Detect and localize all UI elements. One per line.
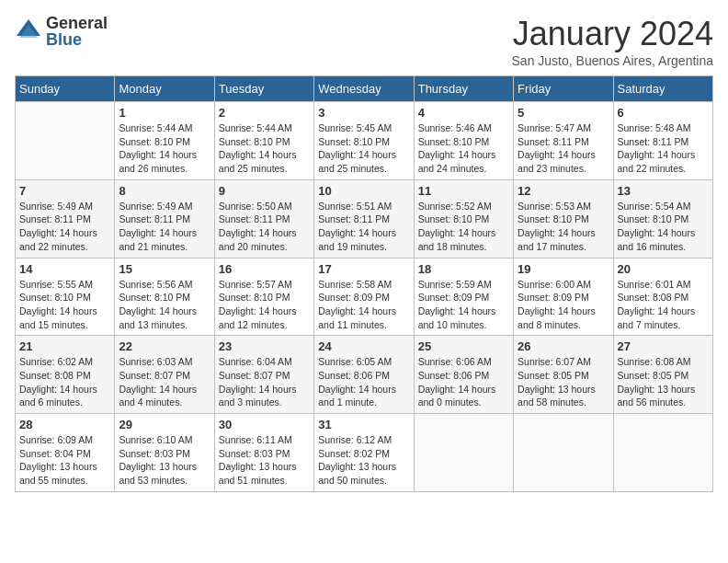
- day-cell: 30Sunrise: 6:11 AM Sunset: 8:03 PM Dayli…: [214, 414, 313, 492]
- weekday-header-tuesday: Tuesday: [214, 76, 313, 102]
- weekday-header-sunday: Sunday: [16, 76, 115, 102]
- day-cell: 14Sunrise: 5:55 AM Sunset: 8:10 PM Dayli…: [16, 258, 115, 336]
- day-number: 19: [518, 262, 609, 276]
- day-number: 12: [518, 184, 609, 198]
- day-cell: 28Sunrise: 6:09 AM Sunset: 8:04 PM Dayli…: [16, 414, 115, 492]
- day-info: Sunrise: 5:44 AM Sunset: 8:10 PM Dayligh…: [219, 121, 310, 176]
- week-row-4: 21Sunrise: 6:02 AM Sunset: 8:08 PM Dayli…: [16, 336, 713, 414]
- day-cell: 31Sunrise: 6:12 AM Sunset: 8:02 PM Dayli…: [314, 414, 414, 492]
- day-number: 27: [618, 339, 709, 353]
- day-cell: 9Sunrise: 5:50 AM Sunset: 8:11 PM Daylig…: [214, 179, 313, 258]
- day-info: Sunrise: 6:12 AM Sunset: 8:02 PM Dayligh…: [318, 433, 409, 488]
- day-info: Sunrise: 5:56 AM Sunset: 8:10 PM Dayligh…: [119, 278, 210, 332]
- day-number: 16: [219, 262, 310, 276]
- day-number: 14: [19, 262, 110, 276]
- day-cell: 18Sunrise: 5:59 AM Sunset: 8:09 PM Dayli…: [414, 258, 513, 336]
- day-cell: 4Sunrise: 5:46 AM Sunset: 8:10 PM Daylig…: [414, 102, 513, 180]
- day-cell: [613, 414, 712, 492]
- day-number: 21: [19, 339, 110, 353]
- day-number: 11: [418, 184, 509, 198]
- day-cell: 24Sunrise: 6:05 AM Sunset: 8:06 PM Dayli…: [314, 336, 414, 414]
- calendar-table: SundayMondayTuesdayWednesdayThursdayFrid…: [15, 75, 713, 492]
- day-info: Sunrise: 5:54 AM Sunset: 8:10 PM Dayligh…: [618, 200, 709, 254]
- day-number: 18: [418, 262, 509, 276]
- day-cell: 17Sunrise: 5:58 AM Sunset: 8:09 PM Dayli…: [314, 258, 414, 336]
- day-cell: 6Sunrise: 5:48 AM Sunset: 8:11 PM Daylig…: [613, 102, 712, 180]
- day-info: Sunrise: 5:55 AM Sunset: 8:10 PM Dayligh…: [19, 278, 110, 332]
- day-info: Sunrise: 6:01 AM Sunset: 8:08 PM Dayligh…: [618, 278, 709, 332]
- day-number: 24: [318, 339, 409, 353]
- day-number: 7: [19, 184, 110, 198]
- day-info: Sunrise: 6:08 AM Sunset: 8:05 PM Dayligh…: [618, 355, 709, 409]
- week-row-1: 1Sunrise: 5:44 AM Sunset: 8:10 PM Daylig…: [16, 102, 713, 180]
- logo: General Blue: [15, 15, 108, 48]
- day-cell: 16Sunrise: 5:57 AM Sunset: 8:10 PM Dayli…: [214, 258, 313, 336]
- day-number: 2: [219, 106, 310, 120]
- day-cell: [514, 414, 613, 492]
- day-number: 31: [318, 418, 409, 431]
- logo-general: General: [46, 15, 108, 31]
- day-info: Sunrise: 5:50 AM Sunset: 8:11 PM Dayligh…: [219, 200, 310, 254]
- day-info: Sunrise: 5:46 AM Sunset: 8:10 PM Dayligh…: [418, 121, 509, 176]
- day-number: 8: [119, 184, 210, 198]
- day-info: Sunrise: 6:11 AM Sunset: 8:03 PM Dayligh…: [219, 433, 310, 488]
- day-info: Sunrise: 5:44 AM Sunset: 8:10 PM Dayligh…: [119, 121, 210, 176]
- day-info: Sunrise: 6:05 AM Sunset: 8:06 PM Dayligh…: [318, 355, 409, 409]
- day-cell: 29Sunrise: 6:10 AM Sunset: 8:03 PM Dayli…: [115, 414, 214, 492]
- day-cell: 27Sunrise: 6:08 AM Sunset: 8:05 PM Dayli…: [613, 336, 712, 414]
- day-cell: 1Sunrise: 5:44 AM Sunset: 8:10 PM Daylig…: [115, 102, 214, 180]
- weekday-header-thursday: Thursday: [414, 76, 513, 102]
- day-cell: [16, 102, 115, 180]
- day-info: Sunrise: 6:10 AM Sunset: 8:03 PM Dayligh…: [119, 433, 210, 488]
- day-number: 23: [219, 339, 310, 353]
- day-number: 6: [618, 106, 709, 120]
- logo-text: General Blue: [46, 15, 108, 48]
- day-number: 3: [318, 106, 409, 120]
- day-info: Sunrise: 6:04 AM Sunset: 8:07 PM Dayligh…: [219, 355, 310, 409]
- day-cell: 11Sunrise: 5:52 AM Sunset: 8:10 PM Dayli…: [414, 179, 513, 258]
- day-number: 15: [119, 262, 210, 276]
- weekday-header-monday: Monday: [115, 76, 214, 102]
- day-cell: [414, 414, 513, 492]
- logo-icon: [15, 17, 42, 45]
- day-info: Sunrise: 5:48 AM Sunset: 8:11 PM Dayligh…: [618, 121, 709, 176]
- day-info: Sunrise: 5:45 AM Sunset: 8:10 PM Dayligh…: [318, 121, 409, 176]
- day-cell: 15Sunrise: 5:56 AM Sunset: 8:10 PM Dayli…: [115, 258, 214, 336]
- calendar-subtitle: San Justo, Buenos Aires, Argentina: [512, 53, 713, 68]
- day-number: 20: [618, 262, 709, 276]
- logo-blue: Blue: [46, 31, 108, 48]
- day-info: Sunrise: 5:49 AM Sunset: 8:11 PM Dayligh…: [119, 200, 210, 254]
- day-info: Sunrise: 6:00 AM Sunset: 8:09 PM Dayligh…: [518, 278, 609, 332]
- day-cell: 22Sunrise: 6:03 AM Sunset: 8:07 PM Dayli…: [115, 336, 214, 414]
- day-cell: 25Sunrise: 6:06 AM Sunset: 8:06 PM Dayli…: [414, 336, 513, 414]
- day-number: 1: [119, 106, 210, 120]
- day-number: 26: [518, 339, 609, 353]
- day-cell: 10Sunrise: 5:51 AM Sunset: 8:11 PM Dayli…: [314, 179, 414, 258]
- week-row-3: 14Sunrise: 5:55 AM Sunset: 8:10 PM Dayli…: [16, 258, 713, 336]
- day-cell: 26Sunrise: 6:07 AM Sunset: 8:05 PM Dayli…: [514, 336, 613, 414]
- day-cell: 5Sunrise: 5:47 AM Sunset: 8:11 PM Daylig…: [514, 102, 613, 180]
- calendar-title: January 2024: [512, 15, 713, 53]
- title-block: January 2024 San Justo, Buenos Aires, Ar…: [512, 15, 713, 68]
- day-number: 10: [318, 184, 409, 198]
- week-row-2: 7Sunrise: 5:49 AM Sunset: 8:11 PM Daylig…: [16, 179, 713, 258]
- day-info: Sunrise: 6:06 AM Sunset: 8:06 PM Dayligh…: [418, 355, 509, 409]
- day-cell: 3Sunrise: 5:45 AM Sunset: 8:10 PM Daylig…: [314, 102, 414, 180]
- day-cell: 2Sunrise: 5:44 AM Sunset: 8:10 PM Daylig…: [214, 102, 313, 180]
- day-info: Sunrise: 6:02 AM Sunset: 8:08 PM Dayligh…: [19, 355, 110, 409]
- day-cell: 21Sunrise: 6:02 AM Sunset: 8:08 PM Dayli…: [16, 336, 115, 414]
- day-cell: 13Sunrise: 5:54 AM Sunset: 8:10 PM Dayli…: [613, 179, 712, 258]
- day-info: Sunrise: 5:52 AM Sunset: 8:10 PM Dayligh…: [418, 200, 509, 254]
- weekday-header-friday: Friday: [514, 76, 613, 102]
- day-info: Sunrise: 5:51 AM Sunset: 8:11 PM Dayligh…: [318, 200, 409, 254]
- day-cell: 20Sunrise: 6:01 AM Sunset: 8:08 PM Dayli…: [613, 258, 712, 336]
- day-number: 30: [219, 418, 310, 431]
- day-info: Sunrise: 6:09 AM Sunset: 8:04 PM Dayligh…: [19, 433, 110, 488]
- day-info: Sunrise: 5:57 AM Sunset: 8:10 PM Dayligh…: [219, 278, 310, 332]
- weekday-header-saturday: Saturday: [613, 76, 712, 102]
- day-number: 9: [219, 184, 310, 198]
- day-info: Sunrise: 5:47 AM Sunset: 8:11 PM Dayligh…: [518, 121, 609, 176]
- day-number: 13: [618, 184, 709, 198]
- day-number: 5: [518, 106, 609, 120]
- day-cell: 12Sunrise: 5:53 AM Sunset: 8:10 PM Dayli…: [514, 179, 613, 258]
